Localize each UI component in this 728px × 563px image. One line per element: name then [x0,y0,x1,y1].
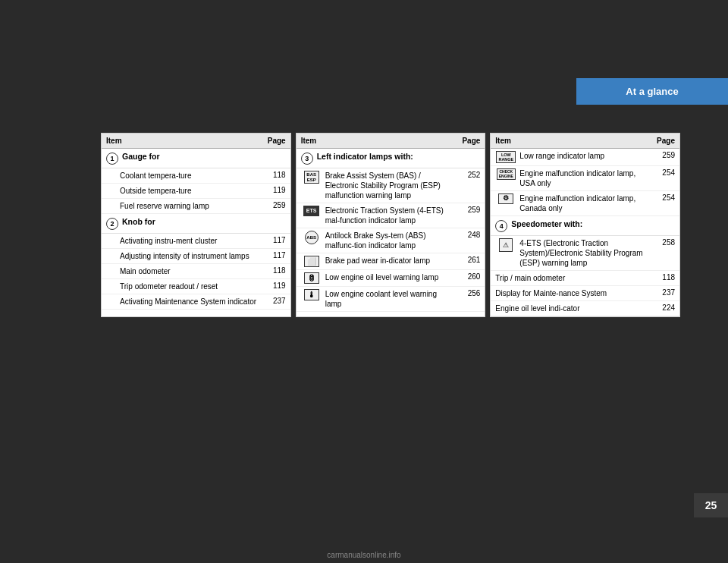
watermark: carmanualsonline.info [327,551,400,559]
table-row: ⬜ Brake pad wear in-dicator lamp 261 [297,253,485,270]
section2-num: 2 [106,218,118,230]
table-row: Activating Maintenance System indicator … [102,294,290,310]
bas-esp-icon: BASESP [301,171,322,184]
table-row: ⚠ 4-ETS (Electronic Traction System)/Ele… [491,236,679,271]
low-coolant-icon: 🌡 [301,289,322,300]
section1-header: 1 Gauge for [102,149,290,168]
at-a-glance-tab: At a glance [576,78,728,105]
tables-wrapper: Item Page 1 Gauge for Coolant tempera-tu… [99,133,682,317]
table-section-1: Item Page 1 Gauge for Coolant tempera-tu… [101,133,291,317]
table-row: Adjusting intensity of instrument lamps … [102,249,290,264]
table-row: Fuel reserve warning lamp 259 [102,199,290,214]
table-row: ABS Antilock Brake Sys-tem (ABS) malfunc… [297,228,485,253]
table-row: 🛢 Low engine oil level warning lamp 260 [297,270,485,287]
tab-label: At a glance [626,86,678,97]
section2-label: Knob for [122,217,286,226]
table-row: Coolant tempera-ture 118 [102,168,290,184]
ets-icon: ETS [301,206,322,216]
check-engine-icon: CHECKENGINE [495,168,516,180]
section2-header: 2 Knob for [102,214,290,234]
table3-header: Item Page [491,134,679,149]
table-row: Display for Mainte-nance System 237 [491,286,679,301]
table3-col-page: Page [648,137,675,145]
table-row: ETS Electronic Traction System (4-ETS) m… [297,203,485,228]
section4-label: Speedometer with: [511,219,675,228]
low-oil-icon: 🛢 [301,272,322,284]
table-row: LOWRANGE Low range indicator lamp 259 [491,149,679,166]
table1-col-page: Page [259,137,286,145]
table-row: Activating instru-ment cluster 117 [102,234,290,249]
table2-col-item: Item [301,137,454,145]
table-row: BASESP Brake Assist System (BAS) / Elect… [297,168,485,203]
section4-num: 4 [495,220,507,232]
section3-label: Left indicator lamps with: [317,152,481,161]
section3-header: 3 Left indicator lamps with: [297,149,485,168]
section3-num: 3 [301,153,313,165]
table1-col-item: Item [106,137,259,145]
low-range-icon: LOWRANGE [495,151,516,163]
engine-canada-icon: ⚙ [495,193,516,204]
table-row: 🌡 Low engine coolant level warning lamp … [297,287,485,312]
table2-col-page: Page [453,137,480,145]
table-row: Outside tempera-ture 119 [102,184,290,199]
section1-label: Gauge for [122,152,286,161]
table-row: CHECKENGINE Engine malfunction indicator… [491,166,679,191]
section1-num: 1 [106,153,118,165]
table-row: Trip / main odometer 118 [491,271,679,286]
table-row: Trip odometer readout / reset 119 [102,279,290,294]
4ets-warning-icon: ⚠ [495,238,516,252]
brake-pad-icon: ⬜ [301,256,322,267]
table-section-2: Item Page 3 Left indicator lamps with: B… [296,133,486,317]
table1-header: Item Page [102,134,290,149]
page-number: 25 [694,493,728,517]
table2-header: Item Page [297,134,485,149]
table-row: ⚙ Engine malfunction indicator lamp, Can… [491,191,679,216]
table3-col-item: Item [495,137,648,145]
section4-header: 4 Speedometer with: [491,216,679,236]
table-row: Engine oil level indi-cator 224 [491,301,679,316]
abs-icon: ABS [301,231,322,244]
table-section-3: Item Page LOWRANGE Low range indicator l… [490,133,680,317]
table-row: Main odometer 118 [102,264,290,279]
